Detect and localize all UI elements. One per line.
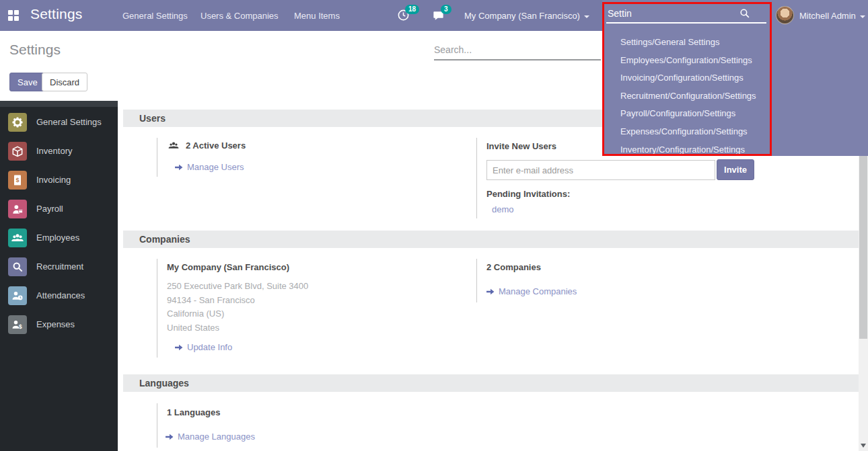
section-header-companies: Companies (123, 231, 859, 248)
company-info-box: My Company (San Francisco) 250 Executive… (157, 259, 466, 358)
nav-menu-general-settings[interactable]: General Settings (122, 11, 188, 21)
discard-button[interactable]: Discard (42, 73, 87, 91)
settings-sidebar: General Settings Inventory $ Invoicing P… (0, 101, 118, 451)
attendance-icon (8, 286, 27, 305)
pending-invitations-label: Pending Invitations: (486, 189, 570, 199)
sidebar-item-payroll[interactable]: Payroll (0, 194, 118, 223)
manage-languages-link[interactable]: Manage Languages (166, 432, 255, 442)
sidebar-item-invoicing[interactable]: $ Invoicing (0, 165, 118, 194)
sidebar-item-label: Inventory (36, 146, 72, 156)
chevron-down-icon (584, 15, 589, 18)
recruitment-icon (8, 257, 27, 276)
menu-search-input[interactable] (608, 6, 735, 21)
messages-badge: 3 (441, 5, 451, 14)
sidebar-item-label: General Settings (36, 117, 102, 127)
nav-menu-users-companies[interactable]: Users & Companies (201, 11, 279, 21)
search-result-item[interactable]: Recruitment/Configuration/Settings (602, 87, 772, 106)
arrow-right-icon (175, 343, 183, 352)
svg-text:$: $ (19, 323, 22, 329)
active-users-box: 2 Active Users Manage Users (157, 138, 466, 177)
search-result-item[interactable]: Inventory/Configuration/Settings (602, 141, 772, 159)
update-info-link[interactable]: Update Info (175, 342, 232, 352)
menu-search-dropdown-panel: Settings/General Settings Employees/Conf… (602, 0, 868, 156)
search-result-item[interactable]: Expenses/Configuration/Settings (602, 123, 772, 141)
sidebar-item-label: Invoicing (36, 175, 71, 185)
sidebar-item-label: Expenses (36, 319, 75, 329)
nav-menu-menu-items[interactable]: Menu Items (294, 11, 340, 21)
sidebar-item-label: Employees (36, 233, 79, 243)
app-title[interactable]: Settings (30, 6, 82, 22)
email-field[interactable] (486, 160, 715, 180)
gear-icon (8, 113, 27, 132)
sidebar-item-inventory[interactable]: Inventory (0, 136, 118, 165)
languages-count: 1 Languages (167, 407, 220, 417)
search-result-item[interactable]: Payroll/Configuration/Settings (602, 105, 772, 123)
sidebar-top-strip (0, 101, 118, 107)
user-menu[interactable]: Mitchell Admin (799, 11, 865, 21)
company-address-line: California (US) (167, 307, 308, 321)
pending-user-link[interactable]: demo (492, 204, 514, 214)
breadcrumb: Settings (9, 42, 61, 58)
manage-companies-link[interactable]: Manage Companies (486, 286, 577, 296)
menu-search-underline (606, 22, 766, 24)
arrow-right-icon (175, 163, 183, 171)
box-icon (8, 142, 27, 161)
svg-text:$: $ (15, 177, 19, 183)
section-header-languages: Languages (123, 374, 859, 392)
invite-button[interactable]: Invite (717, 159, 754, 180)
companies-count: 2 Companies (486, 262, 541, 272)
sidebar-item-expenses[interactable]: $ Expenses (0, 310, 118, 339)
company-address-line: United States (167, 321, 308, 335)
company-name: My Company (San Francisco) (167, 262, 289, 272)
user-avatar[interactable] (776, 6, 794, 24)
languages-box: 1 Languages Manage Languages (157, 403, 466, 448)
expense-icon: $ (8, 315, 27, 334)
sidebar-item-label: Payroll (36, 204, 63, 214)
search-icon[interactable] (739, 7, 750, 19)
apps-menu-icon[interactable] (8, 10, 19, 21)
settings-page: Settings General Settings Users & Compan… (0, 0, 868, 451)
arrow-right-icon (166, 433, 174, 441)
search-input[interactable] (434, 42, 600, 58)
company-switcher[interactable]: My Company (San Francisco) (464, 11, 589, 21)
sidebar-item-employees[interactable]: Employees (0, 223, 118, 252)
search-result-item[interactable]: Settings/General Settings (602, 34, 772, 52)
sidebar-item-attendances[interactable]: Attendances (0, 281, 118, 310)
activity-badge: 18 (405, 5, 419, 14)
invoice-icon: $ (8, 171, 27, 190)
companies-count-box: 2 Companies Manage Companies (476, 259, 746, 302)
search-result-item[interactable]: Invoicing/Configuration/Settings (602, 69, 772, 87)
payroll-icon (8, 200, 27, 218)
menu-search-results: Settings/General Settings Employees/Conf… (602, 34, 772, 159)
vertical-scrollbar[interactable] (859, 156, 868, 451)
arrow-right-icon (486, 288, 495, 296)
employees-icon (8, 229, 27, 247)
users-group-icon (167, 140, 180, 151)
scrollbar-down-arrow-icon[interactable] (861, 444, 866, 448)
search-underline (434, 59, 601, 60)
manage-users-link[interactable]: Manage Users (175, 162, 244, 172)
sidebar-item-recruitment[interactable]: Recruitment (0, 252, 118, 281)
save-button[interactable]: Save (9, 73, 46, 91)
scrollbar-thumb[interactable] (859, 156, 867, 339)
active-users-count: 2 Active Users (186, 140, 246, 151)
sidebar-item-label: Attendances (36, 290, 85, 300)
company-address-line: 250 Executive Park Blvd, Suite 3400 (167, 280, 308, 294)
company-address-line: 94134 - San Francisco (167, 294, 308, 308)
sidebar-item-label: Recruitment (36, 261, 83, 272)
chevron-down-icon (860, 15, 865, 18)
sidebar-item-general-settings[interactable]: General Settings (0, 108, 118, 136)
invite-new-users-label: Invite New Users (486, 141, 556, 151)
search-result-item[interactable]: Employees/Configuration/Settings (602, 52, 772, 70)
